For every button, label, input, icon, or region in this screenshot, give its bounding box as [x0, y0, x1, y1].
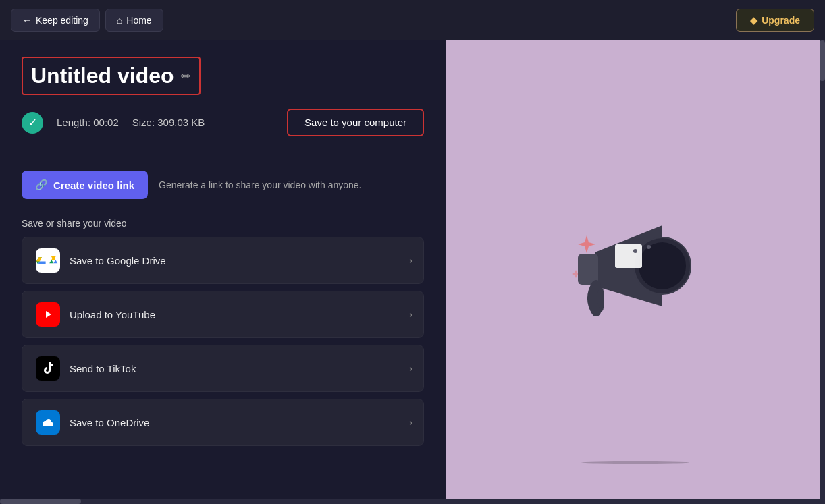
bottom-scrollbar-thumb[interactable]	[0, 499, 81, 504]
right-scrollbar-track[interactable]	[820, 40, 825, 504]
svg-rect-3	[40, 360, 56, 376]
home-label: Home	[126, 15, 151, 26]
upgrade-label: Upgrade	[762, 15, 800, 26]
save-computer-label: Save to your computer	[304, 117, 406, 128]
google-drive-label: Save to Google Drive	[70, 255, 166, 267]
tiktok-icon	[40, 360, 56, 376]
gdrive-logo	[48, 252, 60, 269]
onedrive-label: Save to OneDrive	[70, 417, 149, 428]
back-arrow-icon: ←	[22, 15, 32, 26]
megaphone-illustration	[554, 198, 716, 347]
youtube-icon	[40, 306, 56, 323]
edit-title-icon[interactable]: ✏	[181, 69, 191, 84]
thumbnail-area	[446, 40, 825, 504]
video-size: Size: 309.03 KB	[132, 117, 205, 128]
svg-rect-8	[615, 244, 642, 268]
tiktok-icon-box	[36, 356, 60, 381]
google-drive-chevron: ›	[409, 255, 412, 266]
top-navigation: ← Keep editing ⌂ Home ◆ Upgrade	[0, 0, 825, 40]
youtube-chevron: ›	[409, 309, 412, 320]
svg-point-10	[633, 249, 637, 253]
video-thumbnail-panel	[446, 40, 825, 504]
link-icon: 🔗	[35, 179, 48, 191]
svg-rect-5	[578, 254, 598, 285]
svg-point-11	[647, 245, 651, 249]
svg-point-7	[639, 242, 686, 289]
onedrive-icon-box	[36, 410, 60, 435]
home-icon: ⌂	[117, 15, 122, 26]
video-title: Untitled video	[31, 63, 174, 88]
video-length: Length: 00:02	[57, 117, 119, 128]
right-scrollbar-thumb[interactable]	[820, 40, 825, 81]
home-button[interactable]: ⌂ Home	[105, 9, 163, 32]
onedrive-icon	[40, 414, 56, 430]
share-option-onedrive[interactable]: Save to OneDrive ›	[22, 399, 424, 446]
diamond-icon: ◆	[750, 15, 757, 26]
check-circle-icon: ✓	[22, 112, 43, 134]
main-content: Untitled video ✏ ✓ Length: 00:02 Size: 3…	[0, 40, 825, 504]
upgrade-button[interactable]: ◆ Upgrade	[736, 9, 814, 32]
tiktok-label: Send to TikTok	[70, 363, 136, 374]
google-drive-icon-box	[36, 248, 60, 273]
bottom-scrollbar-track[interactable]	[0, 499, 825, 504]
create-video-link-button[interactable]: 🔗 Create video link	[22, 171, 148, 199]
keep-editing-label: Keep editing	[36, 15, 88, 26]
video-title-section: Untitled video ✏	[22, 57, 201, 95]
nav-left-group: ← Keep editing ⌂ Home	[11, 9, 163, 32]
video-info-row: ✓ Length: 00:02 Size: 309.03 KB Save to …	[22, 109, 424, 136]
shadow-line	[581, 461, 689, 464]
create-link-description: Generate a link to share your video with…	[159, 179, 361, 190]
share-option-google-drive[interactable]: Save to Google Drive ›	[22, 237, 424, 284]
left-panel: Untitled video ✏ ✓ Length: 00:02 Size: 3…	[0, 40, 446, 504]
onedrive-chevron: ›	[409, 417, 412, 428]
create-link-label: Create video link	[53, 179, 134, 191]
tiktok-chevron: ›	[409, 363, 412, 374]
youtube-icon-box	[36, 302, 60, 327]
divider-1	[22, 157, 424, 157]
google-drive-icon	[36, 252, 48, 269]
share-section-label: Save or share your video	[22, 218, 424, 229]
save-to-computer-button[interactable]: Save to your computer	[287, 109, 424, 136]
share-option-tiktok[interactable]: Send to TikTok ›	[22, 345, 424, 392]
keep-editing-button[interactable]: ← Keep editing	[11, 9, 100, 32]
youtube-label: Upload to YouTube	[70, 309, 155, 320]
create-link-row: 🔗 Create video link Generate a link to s…	[22, 171, 424, 199]
share-option-youtube[interactable]: Upload to YouTube ›	[22, 291, 424, 338]
